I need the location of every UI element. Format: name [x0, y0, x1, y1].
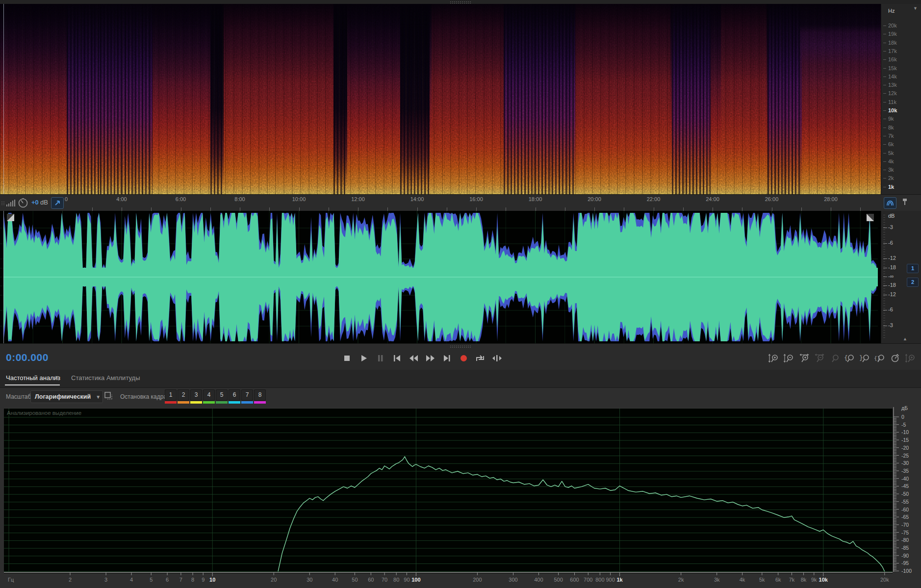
hz-label: 7k — [888, 133, 894, 139]
db-axis-label: -10 — [901, 429, 909, 435]
hz-label: 8k — [888, 125, 894, 130]
timeline-tick — [240, 207, 240, 211]
channel-badge-2[interactable]: 2 — [907, 278, 919, 287]
spectral-display-toggle[interactable] — [884, 197, 896, 209]
db-label: -12 — [888, 255, 896, 261]
timeline-label: 10:00 — [292, 196, 306, 202]
playhead[interactable] — [3, 211, 4, 343]
freq-axis-label: 10k — [819, 577, 828, 583]
fast-forward-button[interactable] — [423, 352, 437, 364]
zoom-full-button[interactable] — [903, 352, 917, 364]
freq-axis-label: 500 — [554, 577, 563, 583]
scale-label: Масштаб: — [6, 393, 33, 400]
hz-label: 20k — [888, 23, 897, 28]
db-label: -18 — [888, 282, 896, 288]
clock-icon[interactable] — [18, 198, 28, 208]
hz-tick — [883, 178, 886, 179]
frame-hold-button-2[interactable]: 2 — [178, 389, 189, 401]
stop-button[interactable] — [339, 352, 354, 364]
tab-frequency-analysis[interactable]: Частотный анализ — [6, 374, 60, 382]
hz-tick — [883, 153, 886, 153]
zoom-in-vertical-button[interactable] — [766, 352, 780, 364]
plot-selection-label: Анализированое выделение — [7, 410, 81, 416]
waveform-display[interactable] — [0, 211, 881, 343]
zoom-selection-button[interactable]: {} — [872, 352, 887, 364]
db-minor-tick — [883, 254, 885, 255]
timeline-label: 6:00 — [176, 196, 186, 202]
play-button[interactable] — [356, 352, 371, 364]
db-axis-label: -95 — [901, 560, 909, 566]
corner-grip-top-left[interactable] — [7, 214, 14, 221]
copy-graph-icon[interactable] — [104, 391, 114, 401]
timer-button[interactable] — [888, 352, 902, 364]
db-minor-tick — [883, 230, 885, 230]
db-tick — [883, 326, 887, 326]
scale-dropdown[interactable]: Логарифмический ▼ — [30, 390, 103, 403]
rewind-button[interactable] — [406, 352, 421, 364]
pin-arrow-icon — [54, 200, 60, 206]
ruler-menu-arrow-icon[interactable]: ▼ — [913, 6, 918, 11]
db-minor-tick — [883, 252, 885, 252]
loop-button[interactable] — [473, 352, 487, 364]
pin-timeline-button[interactable] — [51, 197, 64, 209]
db-minor-tick — [883, 220, 885, 220]
frame-hold-button-5[interactable]: 5 — [216, 389, 228, 401]
freq-axis-label: 8k — [801, 577, 807, 583]
frame-hold-button-8[interactable]: 8 — [254, 389, 266, 401]
corner-grip-top-right[interactable] — [867, 214, 874, 221]
db-minor-tick — [883, 335, 885, 335]
frame-hold-button-6[interactable]: 6 — [229, 389, 240, 401]
timeline-tick — [624, 207, 624, 211]
panel-menu-icon[interactable]: ≡ — [55, 374, 59, 381]
gain-value[interactable]: +0 — [31, 199, 39, 206]
skip-selection-button[interactable] — [489, 352, 504, 364]
db-axis-label: -90 — [901, 553, 909, 559]
playhead[interactable] — [3, 4, 4, 194]
frame-hold-button-3[interactable]: 3 — [190, 389, 202, 401]
timeline-tick — [122, 207, 122, 211]
transport-drag-handle[interactable] — [450, 345, 471, 348]
db-minor-tick — [883, 242, 885, 242]
zoom-in-horizontal-button[interactable] — [796, 352, 811, 364]
toolbar-grip[interactable] — [1, 201, 5, 206]
zoom-sel-right-button[interactable]: } — [857, 352, 871, 364]
zoom-out-vertical-button[interactable] — [781, 352, 795, 364]
frame-hold-button-1[interactable]: 1 — [165, 389, 177, 401]
db-tick — [883, 258, 887, 259]
frame-hold-button-7[interactable]: 7 — [241, 389, 253, 401]
zoom-sel-left-button[interactable]: { — [842, 352, 856, 364]
amplitude-ruler[interactable]: dB ▲ -3-6-12-18-∞-18-12-6-312 — [881, 211, 921, 343]
timeline-tick — [536, 207, 536, 211]
skip-end-button[interactable] — [439, 352, 454, 364]
hz-tick — [883, 93, 886, 94]
hz-ruler-unit: Hz — [888, 8, 895, 14]
spectrogram-display[interactable] — [0, 4, 881, 194]
freq-axis-label: 3 — [104, 577, 107, 583]
tab-amplitude-statistics[interactable]: Статистика Амплитуды — [71, 374, 140, 382]
frame-hold-button-4[interactable]: 4 — [203, 389, 215, 401]
playback-time-display[interactable]: 0:00.000 — [6, 352, 49, 363]
analysis-controls: Масштаб: Логарифмический ▼ Остановка кад… — [0, 387, 921, 407]
pin-marker-icon[interactable] — [901, 198, 908, 207]
zoom-reset-button[interactable] — [827, 352, 841, 364]
zoom-out-horizontal-button[interactable] — [812, 352, 826, 364]
top-panel-drag-strip[interactable] — [0, 0, 921, 4]
db-label: -3 — [888, 322, 893, 328]
frame-hold-color-3 — [190, 401, 202, 404]
frequency-ruler[interactable]: Hz ▼ 20k19k18k17k16k15k14k13k12k11k10k9k… — [881, 4, 921, 194]
db-axis-label: -15 — [901, 437, 909, 443]
record-button[interactable] — [456, 352, 471, 364]
level-meter-icon[interactable] — [6, 199, 16, 207]
db-minor-tick — [883, 328, 885, 328]
pause-button[interactable] — [373, 352, 387, 364]
timeline-ruler[interactable]: 2:004:006:008:0010:0012:0014:0016:0018:0… — [65, 195, 881, 211]
hz-tick — [883, 128, 886, 128]
freq-axis-label: 90 — [404, 577, 409, 583]
frequency-plot[interactable]: Анализированое выделение — [4, 408, 893, 573]
scroll-up-arrow-icon[interactable]: ▲ — [903, 336, 907, 341]
channel-badge-1[interactable]: 1 — [907, 264, 919, 273]
timeline-tick — [565, 207, 565, 211]
skip-start-button[interactable] — [389, 352, 404, 364]
hz-label: 12k — [888, 90, 897, 96]
db-minor-tick — [883, 264, 885, 264]
